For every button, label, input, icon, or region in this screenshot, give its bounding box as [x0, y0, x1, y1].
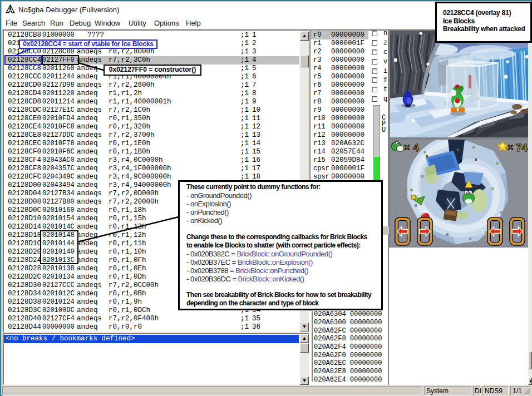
svg-text:74: 74 [516, 142, 528, 154]
svg-text:4: 4 [413, 142, 419, 154]
svg-text:×: × [508, 142, 514, 153]
svg-text:×: × [404, 142, 410, 153]
